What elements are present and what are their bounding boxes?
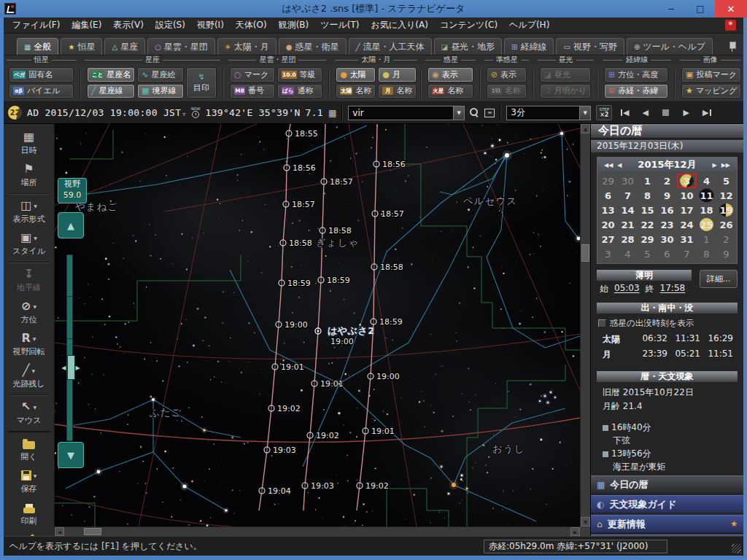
calendar-day-24[interactable]: 24 <box>677 217 697 232</box>
dropdown-arrow-icon[interactable]: ▼ <box>33 304 36 309</box>
dropdown-arrow-icon[interactable]: ▼ <box>33 336 36 341</box>
sidebar-item-共有[interactable]: 共有 <box>4 530 54 536</box>
calendar-day-27[interactable]: 27 <box>598 232 618 246</box>
menu-item-天体(O)[interactable]: 天体(O) <box>230 18 273 33</box>
toolbar-button-方位・高度[interactable]: ⊞方位・高度 <box>604 67 668 82</box>
playback-first-button[interactable]: ◀ <box>617 106 632 120</box>
calendar-day-7[interactable]: 7 <box>618 188 638 203</box>
minimize-button[interactable]: − <box>657 0 686 18</box>
calendar-day-4[interactable]: 4 <box>697 174 716 188</box>
time-step-combobox[interactable]: 3分 ▼ <box>506 106 591 120</box>
calendar-next-year-button[interactable]: ▶▶ <box>719 162 732 168</box>
toolbar-button-投稿マーク[interactable]: ▣投稿マーク <box>681 67 741 82</box>
timezone-dropdown-icon[interactable]: ▽ <box>182 112 186 117</box>
toolbar-button-名称[interactable]: 月名称 <box>378 84 417 99</box>
calendar-day-3[interactable]: 3 <box>677 174 697 188</box>
hscroll-thumb[interactable] <box>84 528 101 535</box>
calendar-day-3[interactable]: 3 <box>598 246 618 261</box>
menu-item-視野(I)[interactable]: 視野(I) <box>191 18 230 33</box>
calendar-day-31[interactable]: 31 <box>677 232 697 246</box>
toolbar-button-通称[interactable]: ばら通称 <box>277 84 322 99</box>
sidebar-item-印刷[interactable]: 印刷 <box>4 498 54 530</box>
toolbar-button-太陽[interactable]: ●太陽 <box>336 67 376 82</box>
calendar-day-2[interactable]: 2 <box>716 232 736 246</box>
tab-経緯線[interactable]: ⊞経緯線 <box>504 38 554 55</box>
calendar-day-21[interactable]: 21 <box>618 217 638 232</box>
calendar-prev-year-button[interactable]: ◀◀ <box>602 162 615 168</box>
calendar-day-13[interactable]: 13 <box>598 203 618 217</box>
calendar-day-29[interactable]: 29 <box>638 232 657 246</box>
calendar-day-25[interactable]: 25 <box>697 217 716 232</box>
object-search-combobox[interactable]: vir ▼ <box>348 106 465 120</box>
toolbar-button-名称[interactable]: 火星名称 <box>427 84 473 99</box>
toolbar-button-昼光[interactable]: ◪昼光 <box>540 67 591 82</box>
toolbar-button-境界線[interactable]: ▦境界線 <box>137 84 184 99</box>
calendar-day-30[interactable]: 30 <box>657 232 677 246</box>
tab-流星・人工天体[interactable]: ╱流星・人工天体 <box>349 38 432 55</box>
close-button[interactable]: ✕ <box>715 0 747 18</box>
chart-horizontal-scrollbar[interactable]: ◀ ▶ <box>55 526 580 536</box>
panel-nav-今日の暦[interactable]: ▦今日の暦 <box>591 475 743 493</box>
location-display[interactable]: 139°42'E 35°39'N <box>206 107 301 118</box>
toolbar-button-目印[interactable]: ↯目印 <box>186 67 217 98</box>
calendar-day-10[interactable]: 10 <box>677 188 697 203</box>
tab-太陽・月[interactable]: ☀太陽・月 <box>217 38 276 55</box>
panel-nav-天文現象ガイド[interactable]: ◐天文現象ガイド <box>591 495 743 513</box>
toolbar-button-マーク[interactable]: ○マーク <box>230 67 275 82</box>
fov-zoom-out-button[interactable]: ▼ <box>58 442 84 468</box>
twilight-begin-link[interactable]: 05:03 <box>614 283 640 295</box>
menu-item-観測(B)[interactable]: 観測(B) <box>273 18 315 33</box>
sidebar-item-保存[interactable]: ▼保存 <box>4 466 54 498</box>
toolbar-button-固有名[interactable]: ベガ固有名 <box>9 67 74 82</box>
calendar-day-8[interactable]: 8 <box>697 246 716 261</box>
calendar-day-17[interactable]: 17 <box>677 203 697 217</box>
sidebar-item-スタイル[interactable]: ▣▼スタイル <box>4 228 54 260</box>
panel-nav-更新情報[interactable]: ⌂更新情報★ <box>591 515 743 532</box>
search-icon[interactable] <box>470 108 479 117</box>
sidebar-item-日時[interactable]: ▦日時 <box>4 128 54 160</box>
calendar-day-20[interactable]: 20 <box>598 217 618 232</box>
menu-item-表示(V)[interactable]: 表示(V) <box>107 18 150 33</box>
calendar-day-6[interactable]: 6 <box>657 246 677 261</box>
object-search-dropdown-icon[interactable]: ▼ <box>453 106 464 120</box>
dropdown-arrow-icon[interactable]: ▼ <box>34 203 37 209</box>
calendar-day-6[interactable]: 6 <box>598 188 618 203</box>
calendar-prev-month-button[interactable]: ◀ <box>615 162 624 168</box>
scroll-left-icon[interactable]: ◀ <box>55 527 64 536</box>
twilight-end-link[interactable]: 17:58 <box>660 283 686 295</box>
calendar-day-29[interactable]: 29 <box>598 174 618 188</box>
toolbar-button-番号[interactable]: M8番号 <box>230 84 275 99</box>
toolbar-button-月明かり[interactable]: ☽月明かり <box>540 84 591 99</box>
sidebar-item-光跡残し[interactable]: ╱▼光跡残し <box>4 361 54 393</box>
tab-視野・写野[interactable]: ▭視野・写野 <box>556 38 624 55</box>
toolbar-button-名称[interactable]: ｴﾘｽ名称 <box>487 84 527 99</box>
calendar-day-2[interactable]: 2 <box>657 174 677 188</box>
tab-惑星・衛星[interactable]: ●惑星・衛星 <box>279 38 347 55</box>
fov-slider-handle[interactable]: ◀▶ <box>58 354 84 381</box>
toolbar-button-星座線[interactable]: ╱星座線 <box>87 84 135 99</box>
step-x2-button[interactable]: STEP×2 <box>596 105 612 120</box>
detail-button[interactable]: 詳細... <box>700 270 738 288</box>
now-button[interactable]: NOW <box>191 107 201 118</box>
toolbar-button-マッピング[interactable]: ★マッピング <box>681 84 741 99</box>
moon-phase-icon[interactable]: 22 <box>8 106 22 120</box>
calendar-day-22[interactable]: 22 <box>638 217 657 232</box>
calendar-day-9[interactable]: 9 <box>716 246 736 261</box>
toolbar-button-月[interactable]: ●月 <box>378 67 417 82</box>
scroll-up-icon[interactable]: ▲ <box>581 124 590 133</box>
planet-times-checkbox[interactable] <box>598 319 606 327</box>
calendar-day-23[interactable]: 23 <box>657 217 677 232</box>
calendar-day-18[interactable]: 18 <box>697 203 716 217</box>
pin-icon[interactable] <box>729 41 736 52</box>
toolbar-button-名称[interactable]: 太陽名称 <box>336 84 376 99</box>
search-list-icon[interactable]: ≡ <box>484 109 495 117</box>
sky-chart[interactable]: 視野 59.0 ▲ ◀▶ ▼ 18:5518:5618:5718:5818:59… <box>55 124 580 526</box>
datetime-display[interactable]: AD 2015/12/03 19:00:00 JST▽ <box>27 107 186 118</box>
calendar-day-19[interactable]: 19 <box>716 203 736 217</box>
fov-zoom-in-button[interactable]: ▲ <box>58 212 84 238</box>
tab-星雲・星団[interactable]: ○星雲・星団 <box>147 38 215 55</box>
calendar-next-month-button[interactable]: ▶ <box>711 162 719 168</box>
calendar-day-28[interactable]: 28 <box>618 232 638 246</box>
sidebar-item-視野回転[interactable]: R▼視野回転 <box>4 329 54 361</box>
sidebar-item-表示形式[interactable]: ◫▼表示形式 <box>4 196 54 228</box>
